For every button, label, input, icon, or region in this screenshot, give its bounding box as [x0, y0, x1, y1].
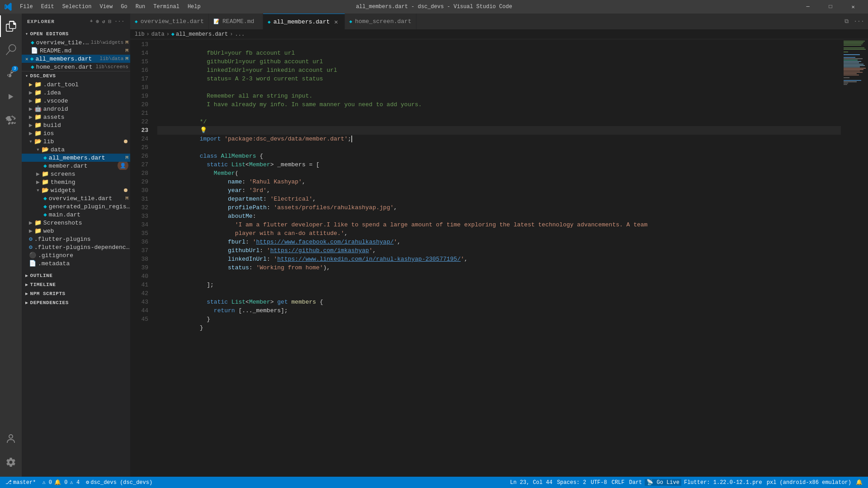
language-status[interactable]: Dart	[627, 479, 644, 486]
flutter-version-status[interactable]: Flutter: 1.22.0-12.1.pre	[682, 479, 764, 486]
npm-scripts-header[interactable]: ▶ NPM SCRIPTS	[22, 289, 130, 298]
folder-theming[interactable]: ▶ 📁 theming	[22, 178, 130, 186]
dart-icon-overview: ◆	[43, 195, 47, 202]
folder-build[interactable]: ▶ 📁 build	[22, 121, 130, 129]
split-editor-button[interactable]: ⧉	[841, 16, 852, 27]
minimize-button[interactable]: ─	[797, 0, 818, 14]
dart-file-icon-2: ◆	[30, 55, 34, 62]
folder-idea[interactable]: ▶ 📁 .idea	[22, 89, 130, 97]
encoding-status[interactable]: UTF-8	[589, 479, 609, 486]
search-activity-icon[interactable]	[0, 39, 22, 61]
source-control-activity-icon[interactable]: 3	[0, 62, 22, 84]
folder-widgets[interactable]: ▾ 📂 widgets	[22, 186, 130, 194]
refresh-icon[interactable]: ↺	[102, 19, 106, 24]
folder-screenshots[interactable]: ▶ 📁 Screenshots	[22, 219, 130, 227]
menu-help[interactable]: Help	[184, 2, 204, 12]
go-live-status[interactable]: 📡 Go Live	[645, 479, 681, 486]
indentation-status[interactable]: Spaces: 2	[555, 479, 588, 486]
breadcrumb-file[interactable]: ◆all_members.dart	[171, 31, 228, 38]
folder-lib[interactable]: ▾ 📂 lib	[22, 137, 130, 145]
file-generated-plugin[interactable]: ◆ generated_plugin_registrant.dart	[22, 202, 130, 211]
run-activity-icon[interactable]	[0, 86, 22, 108]
menu-go[interactable]: Go	[117, 2, 131, 12]
code-line-18: Remember all are string input.	[157, 83, 841, 92]
menu-bar: File Edit Selection View Go Run Terminal…	[16, 2, 204, 12]
settings-activity-icon[interactable]	[0, 451, 22, 473]
file-overview-tile[interactable]: ◆ overview_tile.dart M	[22, 194, 130, 202]
tab-readme[interactable]: 📝 README.md	[209, 14, 263, 29]
notification-bell[interactable]: 🔔	[854, 479, 864, 486]
open-editor-readme[interactable]: 📄 README.md M	[22, 47, 130, 55]
folder-data[interactable]: ▾ 📂 data	[22, 145, 130, 154]
emulator-status[interactable]: pxl (android-x86 emulator)	[765, 479, 853, 486]
open-editors-header[interactable]: ▾ OPEN EDITORS	[22, 29, 130, 38]
dependencies-header[interactable]: ▶ DEPENDENCIES	[22, 298, 130, 307]
folder-android[interactable]: ▶ 🤖 android	[22, 105, 130, 113]
md-tab-icon: 📝	[213, 19, 220, 24]
modified-badge-3: M	[125, 56, 128, 61]
menu-file[interactable]: File	[16, 2, 37, 12]
file-all-members[interactable]: ◆ all_members.dart M	[22, 154, 130, 162]
problems-status[interactable]: ⚠ 0 🔔 0 ⚠ 4	[40, 477, 81, 488]
git-branch-status[interactable]: ⎇ master*	[4, 477, 38, 488]
file-member[interactable]: ◆ member.dart 👤	[22, 162, 130, 170]
avatar: 👤	[118, 162, 128, 170]
breadcrumb-lib[interactable]: lib	[135, 31, 145, 38]
menu-edit[interactable]: Edit	[38, 2, 58, 12]
file-flutter-plugins-deps[interactable]: ⚙ .flutter-plugins-dependencies	[22, 243, 130, 251]
menu-run[interactable]: Run	[132, 2, 149, 12]
folder-web[interactable]: ▶ 📁 web	[22, 227, 130, 235]
folder-emoji-2: 📁	[34, 89, 42, 96]
title-bar: File Edit Selection View Go Run Terminal…	[0, 0, 868, 14]
folder-icon-5: ▶	[29, 113, 33, 121]
line-ending-status[interactable]: CRLF	[610, 479, 627, 486]
dart-file-icon: ◆	[31, 39, 34, 46]
close-icon[interactable]: ✕	[24, 56, 30, 62]
extensions-activity-icon[interactable]	[0, 109, 22, 131]
folder-assets[interactable]: ▶ 📁 assets	[22, 113, 130, 121]
menu-terminal[interactable]: Terminal	[150, 2, 183, 12]
new-file-icon[interactable]: +	[90, 19, 94, 24]
folder-vscode[interactable]: ▶ 📁 .vscode	[22, 97, 130, 105]
cursor-position-status[interactable]: Ln 23, Col 44	[508, 479, 554, 486]
new-folder-icon[interactable]: ⊕	[96, 19, 99, 24]
folder-screens[interactable]: ▶ 📁 screens	[22, 170, 130, 178]
title-bar-left: File Edit Selection View Go Run Terminal…	[5, 2, 204, 12]
open-editor-overview-tile[interactable]: ◆ overview_tile.dart lib\widgets M	[22, 38, 130, 47]
folder-ios[interactable]: ▶ 📁 ios	[22, 129, 130, 137]
close-button[interactable]: ✕	[843, 0, 863, 14]
timeline-header[interactable]: ▶ TIMELINE	[22, 280, 130, 289]
tab-home-screen[interactable]: ◆ home_screen.dart	[345, 14, 416, 29]
breadcrumb-data[interactable]: data	[151, 31, 165, 38]
file-gitignore[interactable]: ⚫ .gitignore	[22, 251, 130, 259]
file-metadata[interactable]: 📄 .metadata	[22, 259, 130, 267]
folder-dart-tool[interactable]: ▶ 📁 .dart_tool	[22, 80, 130, 89]
dart-icon-plugin: ◆	[43, 203, 47, 210]
file-flutter-plugins[interactable]: ⚙ .flutter-plugins	[22, 235, 130, 243]
tab-all-members[interactable]: ◆ all_members.dart ✕	[263, 14, 344, 29]
tab-overview-tile[interactable]: ◆ overview_tile.dart	[130, 14, 209, 29]
workspace-status[interactable]: ⚙ dsc_devs (dsc_devs)	[84, 477, 154, 488]
breadcrumb-more[interactable]: ...	[235, 31, 245, 38]
activity-bar-bottom	[0, 428, 22, 477]
outline-header[interactable]: ▶ OUTLINE	[22, 271, 130, 280]
code-line-40: ];	[157, 272, 841, 281]
more-actions-icon[interactable]: ···	[114, 19, 125, 24]
collapse-icon[interactable]: ⊟	[108, 19, 112, 24]
open-editors-arrow: ▾	[25, 31, 28, 37]
open-editor-home-screen[interactable]: ◆ home_screen.dart lib\screens	[22, 63, 130, 71]
screens-icon: 📁	[42, 170, 49, 178]
menu-selection[interactable]: Selection	[59, 2, 95, 12]
explorer-activity-icon[interactable]	[0, 15, 22, 37]
open-editor-all-members[interactable]: ✕ ◆ all_members.dart lib\data M	[22, 55, 130, 63]
more-actions-button[interactable]: ···	[854, 16, 864, 27]
dsc-devs-header[interactable]: ▾ DSC_DEVS	[22, 71, 130, 80]
md-file-icon: 📄	[31, 47, 38, 54]
code-editor[interactable]: fbUrl=your fb account url githubUrl=your…	[153, 39, 841, 477]
bottom-sections: ▶ OUTLINE ▶ TIMELINE ▶ NPM SCRIPTS ▶ DEP…	[22, 271, 130, 307]
maximize-button[interactable]: □	[820, 0, 841, 14]
tab-close-button[interactable]: ✕	[333, 18, 340, 25]
menu-view[interactable]: View	[96, 2, 116, 12]
file-main-dart[interactable]: ◆ main.dart	[22, 211, 130, 219]
account-activity-icon[interactable]	[0, 428, 22, 450]
